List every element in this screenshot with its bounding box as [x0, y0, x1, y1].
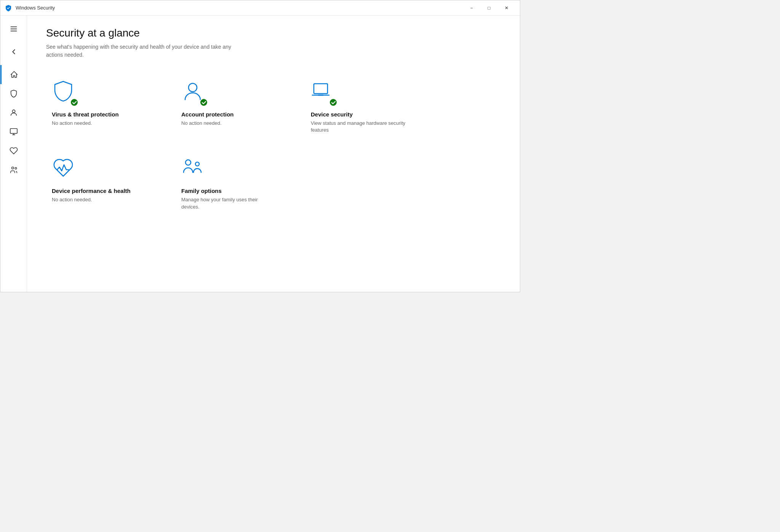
sidebar-item-health[interactable] — [0, 141, 27, 160]
check-badge-device — [329, 98, 337, 107]
svg-point-3 — [12, 110, 15, 113]
sidebar-item-family[interactable] — [0, 160, 27, 179]
checkmark-icon — [331, 100, 336, 105]
svg-rect-10 — [314, 84, 328, 94]
svg-point-7 — [11, 167, 14, 169]
card-title-family: Family options — [181, 188, 277, 194]
sidebar-item-firewall[interactable] — [0, 122, 27, 141]
card-subtitle-family: Manage how your family uses their device… — [181, 196, 277, 210]
main-content: Security at a glance See what's happenin… — [27, 16, 520, 292]
app-title: Windows Security — [16, 5, 55, 11]
security-cards-grid: Virus & threat protection No action need… — [46, 74, 501, 216]
hamburger-icon — [10, 25, 18, 33]
sidebar-menu-button[interactable] — [0, 19, 27, 38]
heart-pulse-icon — [52, 156, 75, 179]
card-virus-threat[interactable]: Virus & threat protection No action need… — [46, 74, 153, 139]
page-title: Security at a glance — [46, 27, 501, 39]
maximize-button[interactable]: □ — [480, 0, 498, 16]
sidebar-item-home[interactable] — [0, 65, 27, 84]
card-device-health[interactable]: Device performance & health No action ne… — [46, 151, 153, 216]
card-icon-device — [311, 80, 337, 107]
card-icon-family — [181, 156, 208, 183]
card-icon-virus — [52, 80, 78, 107]
sidebar-item-account[interactable] — [0, 103, 27, 122]
card-account[interactable]: Account protection No action needed. — [176, 74, 282, 139]
windows-security-window: Windows Security − □ ✕ — [0, 0, 520, 292]
svg-point-8 — [15, 167, 17, 169]
svg-point-14 — [195, 162, 199, 166]
sidebar-back-button[interactable] — [0, 42, 27, 61]
app-body: Security at a glance See what's happenin… — [0, 16, 520, 292]
card-title-virus: Virus & threat protection — [52, 111, 147, 118]
svg-point-13 — [185, 160, 191, 165]
home-icon — [10, 70, 18, 79]
card-subtitle-health: No action needed. — [52, 196, 147, 203]
title-bar-left: Windows Security — [5, 5, 55, 11]
check-badge-virus — [70, 98, 78, 107]
minimize-button[interactable]: − — [463, 0, 480, 16]
check-badge-account — [200, 98, 208, 107]
person-icon — [10, 108, 18, 117]
card-icon-health — [52, 156, 78, 183]
card-icon-account — [181, 80, 208, 107]
checkmark-icon — [72, 100, 77, 105]
heart-icon — [10, 147, 18, 155]
card-family[interactable]: Family options Manage how your family us… — [176, 151, 282, 216]
family-group-icon — [181, 156, 204, 179]
svg-point-9 — [189, 83, 197, 92]
close-button[interactable]: ✕ — [498, 0, 515, 16]
card-device-security[interactable]: Device security View status and manage h… — [305, 74, 412, 139]
app-icon — [5, 5, 12, 11]
monitor-icon — [10, 127, 18, 136]
sidebar-item-virus[interactable] — [0, 84, 27, 103]
card-subtitle-device: View status and manage hardware security… — [311, 120, 406, 134]
page-subtitle: See what's happening with the security a… — [46, 43, 237, 59]
title-bar: Windows Security − □ ✕ — [0, 0, 520, 16]
back-icon — [10, 48, 18, 56]
sidebar — [0, 16, 27, 292]
family-icon — [10, 166, 18, 174]
card-title-health: Device performance & health — [52, 188, 147, 194]
window-controls: − □ ✕ — [463, 0, 515, 16]
card-title-account: Account protection — [181, 111, 277, 118]
card-title-device: Device security — [311, 111, 406, 118]
checkmark-icon — [201, 100, 206, 105]
svg-rect-4 — [10, 129, 17, 134]
card-subtitle-virus: No action needed. — [52, 120, 147, 127]
card-subtitle-account: No action needed. — [181, 120, 277, 127]
shield-icon — [10, 89, 18, 98]
